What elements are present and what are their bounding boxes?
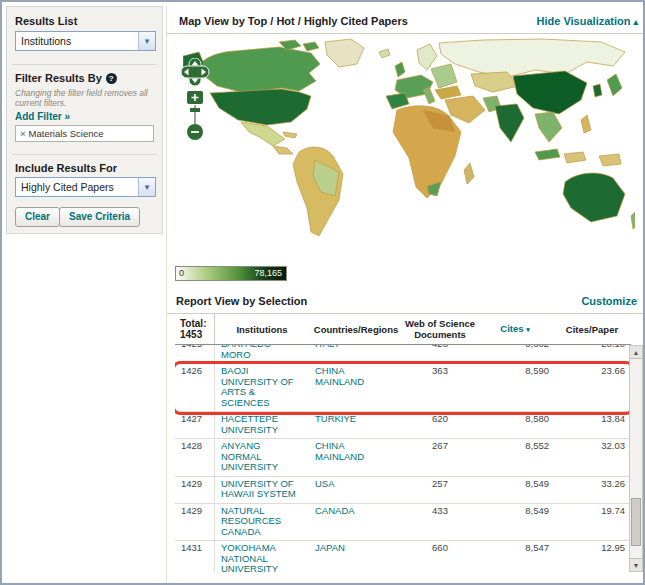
sidebar-divider xyxy=(12,64,157,65)
chevron-down-icon[interactable]: ▾ xyxy=(138,178,155,196)
institution-link[interactable]: BARI ALDO MORO xyxy=(215,345,309,363)
results-table: Total: 1453 Institutions Countries/Regio… xyxy=(175,314,631,572)
table-scrollbar[interactable]: ▲ ▼ xyxy=(629,345,643,572)
scroll-down-icon[interactable]: ▼ xyxy=(630,558,642,571)
column-header-countries[interactable]: Countries/Regions xyxy=(309,324,403,335)
rank-cell: 1428 xyxy=(175,439,215,476)
legend-max-value: 78,165 xyxy=(254,268,282,278)
total-label: Total: xyxy=(180,318,214,329)
table-row[interactable]: 1429 UNIVERSITY OF HAWAII SYSTEM USA 257… xyxy=(175,477,631,504)
help-icon[interactable]: ? xyxy=(106,73,117,84)
pan-control[interactable] xyxy=(181,58,209,86)
cites-per-paper-cell: 19.74 xyxy=(553,504,631,541)
table-row[interactable]: 1425 BARI ALDO MORO ITALY 428 8,602 20.1… xyxy=(175,345,631,364)
map-zoom-controls xyxy=(180,58,210,150)
country-cell: CHINA MAINLAND xyxy=(309,439,403,476)
map-landmasses xyxy=(183,39,635,236)
zoom-in-button[interactable] xyxy=(187,91,203,104)
institution-link[interactable]: NATURAL RESOURCES CANADA xyxy=(215,504,309,541)
cites-per-paper-cell: 20.10 xyxy=(553,345,631,363)
country-cell: ITALY xyxy=(309,345,403,363)
include-results-selected: Highly Cited Papers xyxy=(21,181,114,193)
cites-per-paper-cell: 33.26 xyxy=(553,477,631,503)
highlighted-row[interactable]: 1426 BAOJI UNIVERSITY OF ARTS & SCIENCES… xyxy=(175,364,631,412)
rank-cell: 1427 xyxy=(175,412,215,438)
column-header-cites-per-paper[interactable]: Cites/Paper xyxy=(553,324,631,335)
rank-cell: 1429 xyxy=(175,504,215,541)
scrollbar-thumb[interactable] xyxy=(631,498,641,546)
filter-by-heading: Filter Results By ? xyxy=(15,72,117,84)
main-panel: Map View by Top / Hot / Highly Cited Pap… xyxy=(166,6,643,583)
cites-cell: 8,602 xyxy=(477,345,553,363)
cites-cell: 8,580 xyxy=(477,412,553,438)
docs-cell: 428 xyxy=(403,345,477,363)
filter-chip-materials-science[interactable]: ×Materials Science xyxy=(15,125,154,142)
column-header-documents[interactable]: Web of Science Documents xyxy=(403,318,477,340)
cites-cell: 8,549 xyxy=(477,504,553,541)
country-cell: TURKIYE xyxy=(309,412,403,438)
table-row[interactable]: 1427 HACETTEPE UNIVERSITY TURKIYE 620 8,… xyxy=(175,412,631,439)
column-header-cites-sorted[interactable]: Cites ▾ xyxy=(477,323,553,335)
table-row[interactable]: 1431 YOKOHAMA NATIONAL UNIVERSITY JAPAN … xyxy=(175,541,631,572)
zoom-out-button[interactable] xyxy=(187,124,203,140)
zoom-slider-handle[interactable] xyxy=(190,108,200,112)
country-cell: CANADA xyxy=(309,504,403,541)
table-row[interactable]: 1429 NATURAL RESOURCES CANADA CANADA 433… xyxy=(175,504,631,542)
cites-per-paper-cell: 32.03 xyxy=(553,439,631,476)
sidebar-divider xyxy=(12,154,157,155)
clear-button[interactable]: Clear xyxy=(15,207,60,227)
map-view-title: Map View by Top / Hot / Highly Cited Pap… xyxy=(179,15,408,27)
world-map-visualization[interactable] xyxy=(183,36,635,254)
country-cell: CHINA MAINLAND xyxy=(309,364,403,411)
filter-sidebar: Results List Institutions ▾ Filter Resul… xyxy=(6,6,163,234)
cites-per-paper-cell: 12.95 xyxy=(553,541,631,572)
filter-chip-label: Materials Science xyxy=(29,128,104,139)
customize-link[interactable]: Customize xyxy=(581,295,637,307)
scroll-up-icon[interactable]: ▲ xyxy=(630,346,642,359)
add-filter-link[interactable]: Add Filter » xyxy=(15,111,70,122)
report-view-title: Report View by Selection xyxy=(176,295,307,307)
hide-visualization-link[interactable]: Hide Visualization▴ xyxy=(537,15,638,27)
esi-window: Results List Institutions ▾ Filter Resul… xyxy=(0,0,645,585)
total-count: Total: 1453 xyxy=(175,314,215,344)
table-row[interactable]: 1428 ANYANG NORMAL UNIVERSITY CHINA MAIN… xyxy=(175,439,631,477)
cites-cell: 8,552 xyxy=(477,439,553,476)
chevron-down-icon[interactable]: ▾ xyxy=(138,32,155,50)
cites-cell: 8,547 xyxy=(477,541,553,572)
country-cell: USA xyxy=(309,477,403,503)
docs-cell: 257 xyxy=(403,477,477,503)
docs-cell: 433 xyxy=(403,504,477,541)
cites-header-label: Cites xyxy=(500,323,523,334)
map-color-legend: 0 78,165 xyxy=(175,266,287,281)
filter-note: Changing the filter field removes all cu… xyxy=(15,88,158,108)
table-body: 1425 BARI ALDO MORO ITALY 428 8,602 20.1… xyxy=(175,345,631,572)
rank-cell: 1426 xyxy=(175,364,215,411)
cites-per-paper-cell: 13.84 xyxy=(553,412,631,438)
hide-visualization-label: Hide Visualization xyxy=(537,15,631,27)
total-value: 1453 xyxy=(180,329,214,340)
sort-descending-icon: ▾ xyxy=(526,326,530,333)
cites-cell: 8,590 xyxy=(477,364,553,411)
institution-link[interactable]: UNIVERSITY OF HAWAII SYSTEM xyxy=(215,477,309,503)
cites-cell: 8,549 xyxy=(477,477,553,503)
results-list-dropdown[interactable]: Institutions ▾ xyxy=(15,31,156,51)
institution-link[interactable]: BAOJI UNIVERSITY OF ARTS & SCIENCES xyxy=(215,364,309,411)
header-divider xyxy=(167,33,643,34)
rank-cell: 1425 xyxy=(175,345,215,363)
docs-cell: 363 xyxy=(403,364,477,411)
include-results-dropdown[interactable]: Highly Cited Papers ▾ xyxy=(15,177,156,197)
collapse-icon: ▴ xyxy=(633,17,638,27)
institution-link[interactable]: YOKOHAMA NATIONAL UNIVERSITY xyxy=(215,541,309,572)
country-cell: JAPAN xyxy=(309,541,403,572)
docs-cell: 620 xyxy=(403,412,477,438)
institution-link[interactable]: ANYANG NORMAL UNIVERSITY xyxy=(215,439,309,476)
save-criteria-button[interactable]: Save Criteria xyxy=(59,207,140,227)
results-list-label: Results List xyxy=(15,15,77,27)
docs-cell: 660 xyxy=(403,541,477,572)
institution-link[interactable]: HACETTEPE UNIVERSITY xyxy=(215,412,309,438)
column-header-institutions[interactable]: Institutions xyxy=(215,324,309,335)
include-results-label: Include Results For xyxy=(15,162,117,174)
table-header-row: Total: 1453 Institutions Countries/Regio… xyxy=(175,314,631,345)
filter-by-label: Filter Results By xyxy=(15,72,102,84)
remove-filter-icon[interactable]: × xyxy=(20,128,26,139)
